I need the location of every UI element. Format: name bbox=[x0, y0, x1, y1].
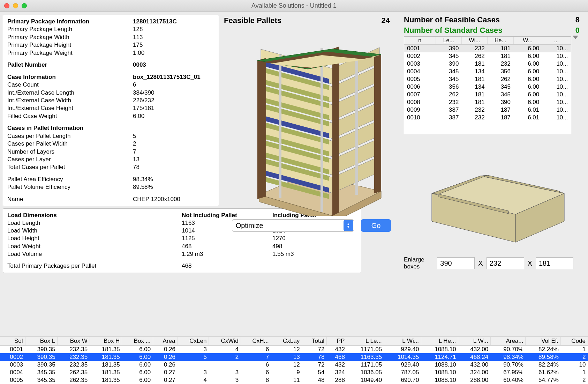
sol-col-header[interactable]: CxLen bbox=[178, 337, 209, 346]
load-row-label: Load Width bbox=[7, 227, 182, 235]
case-wgt: 6.00 bbox=[133, 112, 144, 120]
package-info-heading: Primary Package Information bbox=[7, 18, 133, 25]
sol-col-header[interactable]: Code bbox=[561, 337, 588, 346]
layers-label: Number of Layers bbox=[7, 148, 133, 156]
standard-cases-value: 0 bbox=[575, 26, 580, 35]
sol-col-header[interactable]: Vol Ef. bbox=[526, 337, 561, 346]
total-pp-label: Total Primary Packages per Pallet bbox=[7, 262, 182, 270]
cases-col-header[interactable]: ... bbox=[542, 37, 571, 45]
table-row[interactable]: 00033901812326.0010... bbox=[404, 60, 571, 68]
cases-col-header[interactable]: Wi... bbox=[461, 37, 487, 45]
svg-marker-36 bbox=[374, 54, 381, 193]
name-label: Name bbox=[7, 195, 133, 203]
case-count: 6 bbox=[133, 81, 136, 89]
cases-col-header[interactable]: Le... bbox=[436, 37, 461, 45]
total-cases: 78 bbox=[133, 163, 140, 171]
table-row[interactable]: 00072621813456.0010... bbox=[404, 91, 571, 98]
cases-table[interactable]: nLe...Wi...He...W......00013902321816.00… bbox=[404, 36, 571, 134]
table-row[interactable]: 0004345.35262.35181.356.000.273369543241… bbox=[0, 369, 588, 376]
sol-col-header[interactable]: Box W bbox=[58, 337, 90, 346]
cpl: 5 bbox=[133, 132, 136, 140]
cases-col-header[interactable]: W... bbox=[513, 37, 542, 45]
load-row-label: Load Height bbox=[7, 235, 182, 242]
pkg-width-label: Primary Package Width bbox=[7, 34, 133, 41]
case-hgt: 175/181 bbox=[133, 104, 154, 112]
table-row[interactable]: 00013902321816.0010... bbox=[404, 45, 571, 53]
table-row[interactable]: 0001390.35232.35181.356.000.263461272432… bbox=[0, 346, 588, 354]
sol-col-header[interactable]: CxH... bbox=[241, 337, 271, 346]
case-info-heading: Case Information bbox=[7, 73, 133, 81]
table-row[interactable]: 00103872321876.0110... bbox=[404, 114, 571, 121]
sol-col-header[interactable]: L W... bbox=[458, 337, 491, 346]
layers: 7 bbox=[133, 148, 136, 156]
sol-col-header[interactable]: CxLay bbox=[271, 337, 302, 346]
case-wgt-label: Filled Case Weight bbox=[7, 112, 133, 120]
name-value: CHEP 1200x1000 bbox=[133, 195, 180, 203]
case-len-label: Int./External Case Length bbox=[7, 89, 133, 97]
table-row[interactable]: 0003390.35232.35181.356.000.266127243211… bbox=[0, 361, 588, 369]
sol-col-header[interactable]: Sol bbox=[0, 337, 25, 346]
case-wid-label: Int./External Case Width bbox=[7, 97, 133, 104]
case-len: 384/390 bbox=[133, 89, 154, 97]
table-row[interactable]: 00023452621816.0010... bbox=[404, 52, 571, 60]
pkg-length-label: Primary Package Length bbox=[7, 25, 133, 33]
table-row[interactable]: 0002390.35232.35181.356.000.265271378468… bbox=[0, 353, 588, 361]
pkg-height: 175 bbox=[133, 41, 143, 49]
pallet-number-label: Pallet Number bbox=[7, 61, 133, 69]
sol-col-header[interactable]: L Wi... bbox=[384, 337, 421, 346]
pkg-length: 128 bbox=[133, 25, 143, 33]
box-3d-icon bbox=[418, 152, 571, 249]
table-row[interactable]: 00043451343566.0010... bbox=[404, 68, 571, 75]
x-sep-1: X bbox=[478, 259, 483, 267]
sol-col-header[interactable]: Box ... bbox=[122, 337, 153, 346]
load-row-label: Load Weight bbox=[7, 243, 182, 250]
enlarge-height-input[interactable] bbox=[536, 257, 573, 269]
cases-col-header[interactable]: n bbox=[404, 37, 436, 45]
pkg-height-label: Primary Package Height bbox=[7, 41, 133, 49]
sol-col-header[interactable]: Box H bbox=[90, 337, 122, 346]
table-row[interactable]: 00053451812626.0010... bbox=[404, 75, 571, 83]
cplyr: 13 bbox=[133, 156, 140, 163]
pkg-weight: 1.00 bbox=[133, 49, 144, 57]
sol-col-header[interactable]: L He... bbox=[421, 337, 458, 346]
window-title: Available Solutions - Untitled 1 bbox=[0, 2, 588, 9]
sol-col-header[interactable]: Area... bbox=[490, 337, 526, 346]
feasible-pallets-label: Feasible Pallets bbox=[224, 16, 281, 25]
cip-heading: Cases in Pallet Information bbox=[7, 124, 133, 132]
sol-col-header[interactable]: L Le... bbox=[347, 337, 384, 346]
svg-marker-35 bbox=[332, 46, 339, 216]
cpl-label: Cases per Pallet Length bbox=[7, 132, 133, 140]
case-count-label: Case Count bbox=[7, 81, 133, 89]
sol-col-header[interactable]: Area bbox=[153, 337, 178, 346]
load-heading: Load Dimensions bbox=[7, 212, 182, 219]
go-button[interactable]: Go bbox=[361, 219, 391, 232]
package-info-panel: Primary Package Information128011317513C… bbox=[3, 15, 219, 206]
area-eff-label: Pallet Area Efficiency bbox=[7, 176, 133, 183]
enlarge-length-input[interactable] bbox=[437, 257, 475, 269]
case-name: box_128011317513C_01 bbox=[133, 73, 201, 81]
feasible-cases-label: Number of Feasible Cases bbox=[404, 15, 500, 24]
cases-col-header[interactable]: He... bbox=[488, 37, 513, 45]
vol-eff: 89.58% bbox=[133, 183, 153, 191]
table-row[interactable]: 0005345.35262.35181.356.000.274381148288… bbox=[0, 376, 588, 384]
pallet-3d-icon bbox=[228, 27, 395, 216]
area-eff: 98.34% bbox=[133, 176, 153, 183]
package-code: 128011317513C bbox=[133, 18, 177, 25]
titlebar: Available Solutions - Untitled 1 bbox=[0, 0, 588, 12]
table-row[interactable]: 00082321813906.0010... bbox=[404, 98, 571, 106]
sol-col-header[interactable]: CxWid bbox=[209, 337, 241, 346]
enlarge-width-input[interactable] bbox=[487, 257, 524, 269]
pkg-width: 113 bbox=[133, 34, 143, 41]
chevron-down-icon[interactable] bbox=[573, 36, 578, 39]
table-row[interactable]: 00093872321876.0110... bbox=[404, 106, 571, 114]
cpw: 2 bbox=[133, 140, 136, 148]
optimize-select[interactable]: Optimize bbox=[232, 219, 354, 232]
sol-col-header[interactable]: Total bbox=[302, 337, 327, 346]
sol-col-header[interactable]: Box L bbox=[25, 337, 58, 346]
solutions-table[interactable]: SolBox LBox WBox HBox ...AreaCxLenCxWidC… bbox=[0, 337, 588, 384]
table-row[interactable]: 00063561343456.0010... bbox=[404, 83, 571, 91]
x-sep-2: X bbox=[528, 259, 532, 267]
sol-col-header[interactable]: PP bbox=[327, 337, 347, 346]
enlarge-label: Enlarge boxes bbox=[404, 256, 434, 270]
standard-cases-label: Number of Standard Cases bbox=[404, 26, 502, 35]
